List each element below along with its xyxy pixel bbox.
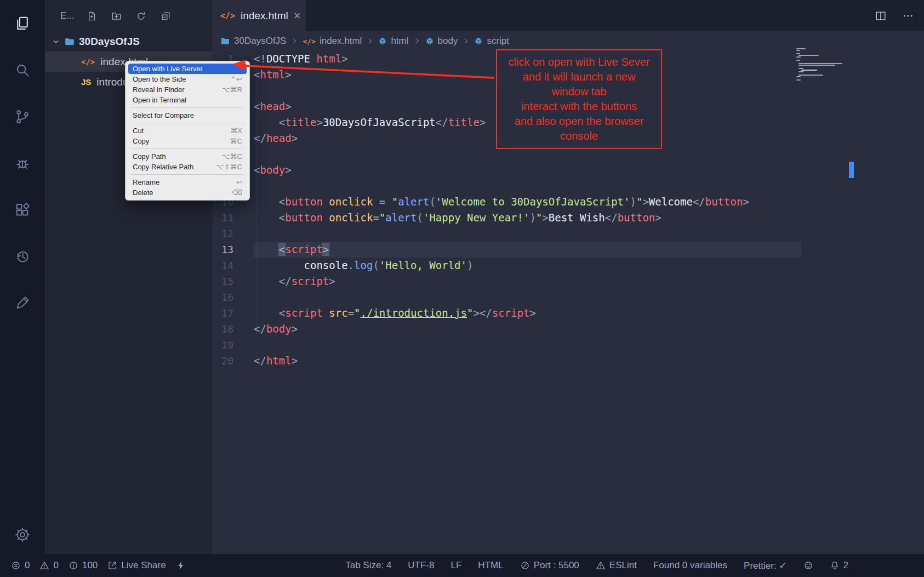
code-line-15: 15 </script> <box>213 273 924 289</box>
settings-icon[interactable] <box>14 527 31 543</box>
chevron-right-icon <box>462 37 470 45</box>
status-eslint[interactable]: ESLint <box>596 560 637 571</box>
status-language-mode[interactable]: HTML <box>478 560 503 571</box>
menu-item-label: Rename <box>133 178 229 186</box>
js-file-icon: JS <box>81 77 91 87</box>
minimap-line <box>796 76 801 77</box>
folder-icon <box>220 36 230 46</box>
collapse-all-icon[interactable] <box>161 11 171 21</box>
breadcrumb-script[interactable]: script <box>474 36 509 47</box>
line-content: <button onclick="alert('Happy New Year!'… <box>254 210 924 226</box>
status-prettier[interactable]: Prettier: ✓ <box>744 560 786 572</box>
html-file-icon: </> <box>303 37 315 45</box>
menu-item-copy[interactable]: Copy⌘C <box>128 136 247 146</box>
menu-item-label: Open to the Side <box>133 75 223 83</box>
menu-item-label: Copy Relative Path <box>133 163 208 171</box>
more-icon[interactable] <box>902 10 914 22</box>
status-found-variables[interactable]: Found 0 variables <box>653 560 727 571</box>
tree-root-folder[interactable]: 30DaysOfJS <box>45 32 213 52</box>
status-notifications[interactable]: 2 <box>830 560 848 571</box>
line-number: 20 <box>213 353 233 369</box>
menu-item-rename[interactable]: Rename↩ <box>128 177 247 187</box>
status-live-share[interactable]: Live Share <box>107 560 166 571</box>
close-icon[interactable]: × <box>294 10 301 22</box>
menu-separator <box>131 174 244 175</box>
new-file-icon[interactable] <box>87 11 97 21</box>
line-content <box>254 289 924 305</box>
menu-item-open-with-live-server[interactable]: Open with Live Server <box>128 64 247 74</box>
code-line-12: 12 <box>213 226 924 242</box>
status-live-server-port[interactable]: Port : 5500 <box>520 560 579 571</box>
status-tab-size[interactable]: Tab Size: 4 <box>345 560 391 571</box>
annotation-text: console <box>499 129 659 144</box>
explorer-title: E... <box>60 10 75 21</box>
share-box-icon <box>107 561 117 570</box>
tab-bar: </> index.html × <box>213 0 924 31</box>
breadcrumb-index.html[interactable]: </>index.html <box>303 36 362 47</box>
menu-item-open-to-the-side[interactable]: Open to the Side⌃↩ <box>128 74 247 84</box>
explorer-icon[interactable] <box>14 15 31 32</box>
code-line-8: 8<body> <box>213 162 924 178</box>
menu-item-select-for-compare[interactable]: Select for Compare <box>128 110 247 121</box>
refresh-icon[interactable] <box>136 11 146 21</box>
annotation-text: interact with the buttons <box>499 99 659 114</box>
menu-item-copy-path[interactable]: Copy Path⌥⌘C <box>128 151 247 162</box>
annotation-text: and it will launch a new <box>499 70 659 84</box>
line-content: <button onclick = "alert('Welcome to 30D… <box>254 194 924 210</box>
menu-item-reveal-in-finder[interactable]: Reveal in Finder⌥⌘R <box>128 84 247 95</box>
menu-separator <box>131 123 244 123</box>
history-icon[interactable] <box>14 248 31 265</box>
bell-icon <box>830 561 840 570</box>
status-quick-action[interactable] <box>176 561 186 570</box>
html-file-icon: </> <box>220 11 235 21</box>
status-encoding[interactable]: UTF-8 <box>408 560 434 571</box>
line-number: 12 <box>213 226 233 242</box>
line-content <box>254 226 924 242</box>
menu-item-open-in-terminal[interactable]: Open in Terminal <box>128 95 247 105</box>
line-number: 13 <box>213 242 233 258</box>
code-line-10: 10 <button onclick = "alert('Welcome to … <box>213 194 924 210</box>
chevron-down-icon <box>52 37 60 46</box>
status-warnings[interactable]: 0 <box>39 560 58 571</box>
status-feedback-smiley[interactable] <box>803 561 813 570</box>
code-line-13: 13 <script> <box>213 242 924 258</box>
warning-triangle-icon <box>596 561 606 570</box>
line-content: console.log('Hello, World') <box>254 258 924 273</box>
breadcrumb-body[interactable]: body <box>425 36 458 47</box>
new-folder-icon[interactable] <box>111 11 122 21</box>
line-content: </script> <box>254 273 924 289</box>
line-number: 19 <box>213 337 233 353</box>
run-debug-icon[interactable] <box>14 155 31 172</box>
menu-item-delete[interactable]: Delete⌫ <box>128 187 247 198</box>
minimap[interactable] <box>796 48 846 81</box>
annotation-box: click on open with Live Severand it will… <box>496 49 662 149</box>
vscode-window: E... 30DaysOfJS </>index.htmlJSintroduct… <box>0 0 924 577</box>
code-line-16: 16 <box>213 289 924 305</box>
menu-item-cut[interactable]: Cut⌘X <box>128 125 247 136</box>
minimap-line <box>798 68 803 69</box>
breadcrumb-html[interactable]: html <box>378 36 408 47</box>
line-content <box>254 178 924 194</box>
split-editor-icon[interactable] <box>875 10 887 22</box>
minimap-line <box>798 55 818 56</box>
line-number: 14 <box>213 258 233 273</box>
menu-item-copy-relative-path[interactable]: Copy Relative Path⌥⇧⌘C <box>128 162 247 172</box>
breadcrumb-30DaysOfJS[interactable]: 30DaysOfJS <box>220 36 286 47</box>
status-right: Tab Size: 4UTF-8LFHTMLPort : 5500ESLintF… <box>345 560 848 572</box>
line-content: <body> <box>254 162 924 178</box>
line-content: </body> <box>254 321 924 337</box>
search-icon[interactable] <box>14 62 31 78</box>
chevron-right-icon <box>290 37 298 45</box>
html-file-icon: </> <box>81 58 95 66</box>
status-eol[interactable]: LF <box>451 560 462 571</box>
tab-index-html[interactable]: </> index.html × <box>213 0 306 31</box>
extensions-icon[interactable] <box>14 202 31 218</box>
activity-bar <box>0 0 45 554</box>
status-errors[interactable]: 0 <box>11 560 30 571</box>
menu-item-shortcut: ⌃↩ <box>230 75 242 83</box>
pen-icon[interactable] <box>14 295 31 311</box>
minimap-line <box>796 48 806 49</box>
minimap-line <box>801 70 818 71</box>
source-control-icon[interactable] <box>14 108 31 125</box>
status-info[interactable]: 100 <box>69 560 98 571</box>
